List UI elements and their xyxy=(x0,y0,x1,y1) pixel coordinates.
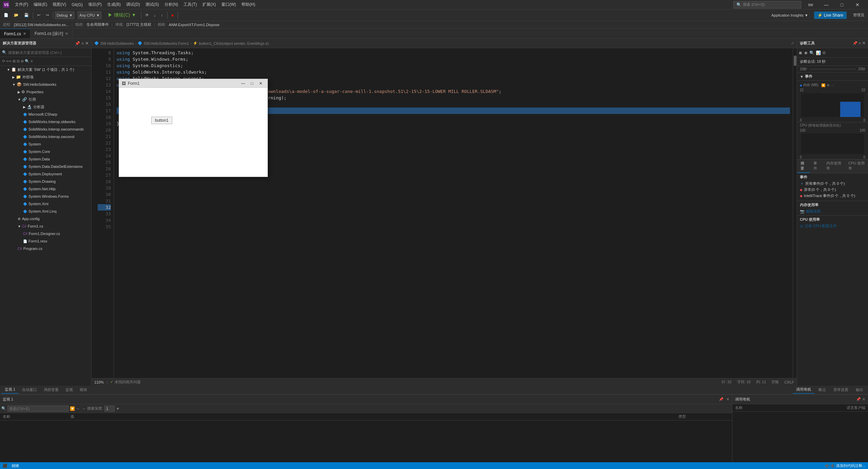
tree-item-project[interactable]: ▼ 📦 SW.HelloSolidworks xyxy=(0,81,91,88)
tab-form1cs-close[interactable]: ✕ xyxy=(23,32,26,36)
process-value[interactable]: [30112] SW.HelloSolidworks.ex... xyxy=(14,23,69,27)
tree-item-ref-sldworks[interactable]: 🔷 SolidWorks.Interop.sldworks xyxy=(0,118,91,125)
call-stack-pin-icon[interactable]: 📌 xyxy=(856,397,861,402)
tree-item-ref-systemcore[interactable]: 🔷 System.Core xyxy=(0,148,91,155)
monitor-pin-icon[interactable]: 📌 xyxy=(719,397,724,402)
form1-close-button[interactable]: ✕ xyxy=(257,80,265,86)
tree-item-ref-swcommands[interactable]: 🔷 SolidWorks.Interop.swcommands xyxy=(0,125,91,133)
bottom-tab-local[interactable]: 局部变量 xyxy=(40,386,62,393)
diag-tool-5[interactable]: ⚙ xyxy=(822,51,826,55)
bottom-tab-modules[interactable]: 模块 xyxy=(76,386,91,393)
menu-build[interactable]: 生成(B) xyxy=(104,1,123,8)
diag-pin-icon[interactable]: 📌 xyxy=(853,41,857,45)
tree-item-solution[interactable]: ▼ 📋 解决方案 'SW' (1 个项目，共 1 个) xyxy=(0,66,91,73)
sidebar-search-input[interactable] xyxy=(8,51,89,55)
pin-icon[interactable]: 📌 xyxy=(75,41,80,46)
form1-maximize-button[interactable]: □ xyxy=(248,80,256,86)
monitor-forward-btn[interactable]: → xyxy=(82,406,86,411)
menu-test[interactable]: 测试(S) xyxy=(143,1,162,8)
toolbar-save[interactable]: 💾 xyxy=(22,11,31,20)
global-search[interactable]: 🔍 搜索 (Ctrl+Q) xyxy=(733,1,801,8)
code-scrollbar[interactable] xyxy=(793,48,797,378)
tree-item-properties[interactable]: ▶ ⚙ Properties xyxy=(0,88,91,96)
tree-item-ref-systemwinforms[interactable]: 🔷 System.Windows.Forms xyxy=(0,193,91,200)
toolbar-step-out[interactable]: ↑ xyxy=(159,11,165,20)
toolbar-step-over[interactable]: ⟳ xyxy=(143,11,151,20)
monitor-search-opts-icon[interactable]: 🔽 xyxy=(70,406,75,411)
diag-tool-2[interactable]: ⏺ xyxy=(804,51,808,55)
mem-options-icon[interactable]: ⚙ xyxy=(827,83,830,87)
monitor-search-input[interactable] xyxy=(7,406,68,412)
form1-minimize-button[interactable]: — xyxy=(239,80,247,86)
error-indicator[interactable]: ✓ xyxy=(110,380,113,384)
user-account[interactable]: 管理员 xyxy=(851,11,867,20)
live-share-button[interactable]: ⚡ Live Share xyxy=(814,12,847,19)
bottom-tab-callstack[interactable]: 调用堆栈 xyxy=(793,386,814,394)
diag-close-icon[interactable]: ✕ xyxy=(862,41,865,45)
sidebar-close-icon[interactable]: ✕ xyxy=(85,41,88,46)
monitor-depth-arrow[interactable]: ▼ xyxy=(116,407,120,411)
diag-tool-3[interactable]: 🔍 xyxy=(809,51,814,55)
toolbar-open[interactable]: 📂 xyxy=(12,11,21,20)
tree-item-form1designer[interactable]: C# Form1.Designer.cs xyxy=(0,230,91,237)
tree-item-ref-systemdrawing[interactable]: 🔷 System.Drawing xyxy=(0,178,91,185)
thread-value[interactable]: 生命周期事件 xyxy=(86,22,109,27)
tree-item-program[interactable]: C# Program.cs xyxy=(0,245,91,252)
minimize-button[interactable]: — xyxy=(818,0,834,9)
maximize-button[interactable]: □ xyxy=(834,0,850,9)
tree-item-ref-systemxmllinq[interactable]: 🔷 System.Xml.Linq xyxy=(0,208,91,215)
play-button[interactable]: ▶ 继续(C) ▼ xyxy=(105,11,139,20)
bottom-tab-breakpoints[interactable]: 断点 xyxy=(815,386,829,393)
tree-item-ref-mcsharp[interactable]: 🔷 Microsoft.CSharp xyxy=(0,111,91,118)
bottom-tab-exceptions[interactable]: 异常设置 xyxy=(830,386,852,393)
toolbar-step-into[interactable]: ↓ xyxy=(152,11,158,20)
toolbar-stop[interactable]: ■ xyxy=(169,11,176,20)
diag-tab-summary[interactable]: 摘要 xyxy=(797,159,810,173)
tree-item-analyzer[interactable]: ▶ 🔬 分析器 xyxy=(0,103,91,111)
diag-tool-4[interactable]: 📊 xyxy=(816,51,821,55)
menu-analyze[interactable]: 分析(N) xyxy=(162,1,181,8)
tree-item-form1resx[interactable]: 📄 Form1.resx xyxy=(0,237,91,245)
diag-tab-cpu[interactable]: CPU 使用率 xyxy=(845,159,868,173)
platform-dropdown[interactable]: Any CPU ▼ xyxy=(78,12,101,19)
menu-help[interactable]: 帮助(H) xyxy=(239,1,258,8)
record-cpu-btn[interactable]: ◎ 记录 CPU 配置文件 xyxy=(800,223,865,229)
expand-icon[interactable]: ⤢ xyxy=(791,41,794,45)
tree-item-ref-systemdeployment[interactable]: 🔷 System.Deployment xyxy=(0,170,91,178)
monitor-close-icon[interactable]: ✕ xyxy=(726,397,729,402)
tree-item-ref-systemdata[interactable]: 🔷 System.Data xyxy=(0,155,91,163)
toolbar-redo[interactable]: ↪ xyxy=(43,11,51,20)
scroll-thumb[interactable] xyxy=(794,56,796,66)
tab-form1cs-design[interactable]: Form1.cs [设计] ✕ xyxy=(31,29,73,38)
bottom-tab-watch[interactable]: 监视 xyxy=(62,386,76,393)
menu-extensions[interactable]: 扩展(X) xyxy=(200,1,219,8)
call-stack-close-icon[interactable]: ✕ xyxy=(862,397,865,402)
toolbar-new[interactable]: 📄 xyxy=(1,11,11,20)
menu-window[interactable]: 窗口(W) xyxy=(219,1,239,8)
tree-item-refs[interactable]: ▼ 🔗 引用 xyxy=(0,96,91,103)
tree-item-ref-systemxml[interactable]: 🔷 System.Xml xyxy=(0,200,91,208)
toolbar-insights[interactable]: Application Insights ▼ xyxy=(769,11,811,20)
menu-edit[interactable]: 编辑(E) xyxy=(31,1,50,8)
bottom-tab-auto[interactable]: 自动窗口 xyxy=(19,386,40,393)
toolbar-undo[interactable]: ↩ xyxy=(35,11,43,20)
zoom-level[interactable]: 110% xyxy=(94,380,104,384)
tab-form1cs[interactable]: Form1.cs ✕ xyxy=(0,29,31,38)
tree-item-ref-swconst[interactable]: 🔷 SolidWorks.Interop.swconst xyxy=(0,133,91,140)
monitor-back-btn[interactable]: ← xyxy=(76,406,80,411)
menu-project[interactable]: 项目(P) xyxy=(85,1,104,8)
bottom-tab-monitor[interactable]: 监视 1 xyxy=(1,386,19,394)
form1-button1[interactable]: button1 xyxy=(151,117,172,124)
menu-tools[interactable]: 工具(T) xyxy=(181,1,199,8)
diag-tab-events[interactable]: 事件 xyxy=(810,159,823,173)
bottom-tab-output[interactable]: 输出 xyxy=(852,386,867,393)
add-code-link[interactable]: ➕ ➕ 添加到代码注释... xyxy=(825,463,865,468)
tree-item-external[interactable]: ▶ 📁 外部项 xyxy=(0,73,91,81)
monitor-depth-input[interactable] xyxy=(104,406,115,412)
tree-item-form1cs[interactable]: ▼ C# Form1.cs xyxy=(0,222,91,230)
config-dropdown[interactable]: Debug ▼ xyxy=(55,12,74,19)
menu-git[interactable]: Git(G) xyxy=(69,2,85,8)
close-button[interactable]: ✕ xyxy=(850,0,865,9)
menu-view[interactable]: 视图(V) xyxy=(50,1,69,8)
menu-debug[interactable]: 调试(D) xyxy=(123,1,143,8)
